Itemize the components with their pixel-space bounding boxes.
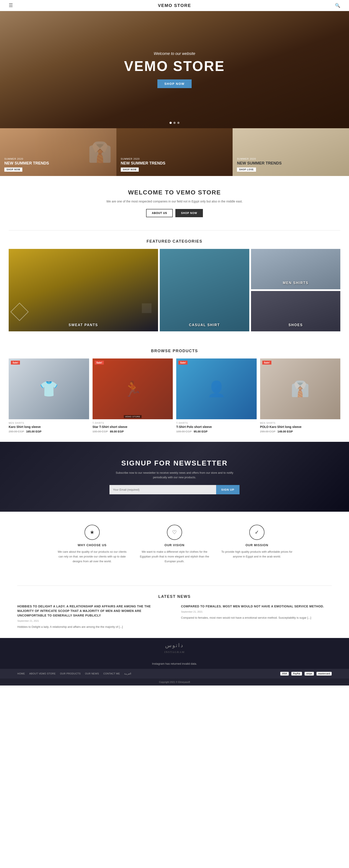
trend-3-overlay: SUMMER 2020 NEW SUMMER TRENDS SHOP LOVE [237,158,282,172]
cat-label-sweat: SWEAT PANTS [9,323,158,327]
price-old-3: 189.00 EGP [176,430,191,433]
footer-link-contact[interactable]: CONTACT ME [103,672,120,675]
about-us-button[interactable]: ABOUT US [146,209,173,217]
cat-label-men: MEN SHIRTS [251,281,340,285]
news-item-2: COMPARED TO FEMALES. MOST MEN WOULD NOT … [181,604,331,629]
product-img-1: 👕 Sale! [9,359,89,419]
product-name-4: POLO Karo Shirt long sleeve [260,425,341,429]
sale-badge-3: Sale! [178,361,187,365]
product-cat-4: MEN SHIRTS [260,422,341,424]
welcome-section: WELCOME TO VEMO STORE We are one of the … [0,176,349,222]
summer-trends-section: 👔 SUMMER 2020 NEW SUMMER TRENDS SHOP NOW… [0,128,349,176]
why-item-3: ✓ OUR MISSION To provide high quality pr… [220,525,294,564]
footer-links: HOME ABOUT VEMO STORE OUR PRODUCTS OUR N… [18,672,131,675]
product-price-1: 280.00 EGP 165.00 EGP [9,430,89,433]
star-icon: ★ [84,525,100,540]
newsletter-content: SIGNUP FOR NEWSLETTER Subscribe now to o… [109,459,240,494]
hero-subtitle: Welcome to our website [124,52,225,56]
product-card-2[interactable]: 🏃 Sale! VEMO STORE T-SHIRTS Star T-Shirt… [93,359,173,433]
trend-2-button[interactable]: SHOP NOW [121,167,139,172]
divider-1 [9,230,340,230]
trend-2-season: SUMMER 2020 [121,158,165,160]
footer-link-arabic[interactable]: العربية [124,672,131,675]
newsletter-title: SIGNUP FOR NEWSLETTER [109,459,240,467]
trend-item-3[interactable]: SUMMER 2020 NEW SUMMER TRENDS SHOP LOVE [233,128,349,176]
header-logo[interactable]: VEMO STORE [158,3,191,8]
products-grid: 👕 Sale! MEN SHIRTS Karo Shirt long sleev… [9,359,340,433]
product-card-3[interactable]: 👤 Sale! T-SHIRTS T-Shirt Polo short slee… [176,359,257,433]
product-cat-2: T-SHIRTS [93,422,173,424]
featured-section: FEATURED CATEGORIES ▪ SWEAT PANTS CASUAL… [0,230,349,331]
price-old-2: 180.00 EGP [93,430,108,433]
product-card-1[interactable]: 👕 Sale! MEN SHIRTS Karo Shirt long sleev… [9,359,89,433]
footer-link-home[interactable]: HOME [18,672,25,675]
product-img-4: 👔 Sale! [260,359,341,419]
hero-dots [170,122,179,124]
dot-1[interactable] [170,122,172,124]
trend-3-title: NEW SUMMER TRENDS [237,161,282,166]
why-item-2: ♡ OUR VISION We want to make a differene… [138,525,211,564]
why-text-3: To provide high quality products with af… [220,550,294,559]
news-title: LATEST NEWS [18,594,331,599]
category-men-shirts[interactable]: MEN SHIRTS [251,249,340,289]
heart-icon: ♡ [167,525,182,540]
instagram-section: Instagram has returned invalid data. [0,659,349,669]
news-excerpt-2: Compared to females, most men would not … [181,616,331,620]
cat-label-casual: CASUAL SHIRT [160,323,249,327]
why-title-1: WHY CHOOSE US [55,544,129,547]
instagram-text: Instagram has returned invalid data. [152,662,197,665]
product-name-3: T-Shirt Polo short sleeve [176,425,257,429]
price-new-1: 165.00 EGP [26,430,41,433]
watermark-text: داتوس [165,643,184,648]
categories-grid: ▪ SWEAT PANTS CASUAL SHIRT MEN SHIRTS SH… [0,249,349,331]
newsletter-email-input[interactable] [109,485,216,494]
why-title-3: OUR MISSION [220,544,294,547]
price-old-1: 280.00 EGP [9,430,24,433]
visa-icon: VISA [280,672,289,676]
product-img-3: 👤 Sale! [176,359,257,419]
trend-3-button[interactable]: SHOP LOVE [237,167,256,172]
hero-content: Welcome to our website VEMO STORE SHOP N… [124,52,225,88]
news-headline-1[interactable]: HOBBIES TO DELIGHT A LADY. A RELATIONSHI… [18,604,168,618]
product-price-2: 180.00 EGP 89.00 EGP [93,430,173,433]
why-text-1: We care about the quality of our product… [55,550,129,564]
copyright-text: Copyright 2021 © Elmeyasoft [159,681,190,683]
watermark: داتوس INSTAGRAM [0,638,349,659]
news-grid: HOBBIES TO DELIGHT A LADY. A RELATIONSHI… [18,604,331,629]
trend-2-overlay: SUMMER 2020 NEW SUMMER TRENDS SHOP NOW [121,158,165,172]
why-text-2: We want to make a differenet style for c… [138,550,211,564]
why-title-2: OUR VISION [138,544,211,547]
shop-now-button[interactable]: SHOP NOW [175,209,203,217]
watermark-subtitle: INSTAGRAM [164,650,185,654]
price-old-4: 299.00 EGP [260,430,276,433]
product-name-2: Star T-Shirt short sleeve [93,425,173,429]
footer-link-about[interactable]: ABOUT VEMO STORE [29,672,56,675]
footer-link-products[interactable]: OUR PRODUCTS [60,672,81,675]
category-right-col: MEN SHIRTS SHOES [251,249,340,331]
dot-3[interactable] [177,122,179,124]
why-section: ★ WHY CHOOSE US We care about the qualit… [0,512,349,577]
product-card-4[interactable]: 👔 Sale! MEN SHIRTS POLO Karo Shirt long … [260,359,341,433]
trend-item-2[interactable]: SUMMER 2020 NEW SUMMER TRENDS SHOP NOW [116,128,233,176]
footer-link-news[interactable]: OUR NEWS [85,672,99,675]
trend-1-button[interactable]: SHOP NOW [4,167,22,172]
product-price-4: 299.00 EGP 149.00 EGP [260,430,341,433]
category-shoes[interactable]: SHOES [251,291,340,331]
newsletter-text: Subscribe now to our newsletter to recei… [109,471,240,480]
price-new-4: 149.00 EGP [277,430,293,433]
newsletter-signup-button[interactable]: SIGN UP [216,485,240,494]
category-sweat-pants[interactable]: ▪ SWEAT PANTS [9,249,158,331]
product-cat-3: T-SHIRTS [176,422,257,424]
trend-item-1[interactable]: 👔 SUMMER 2020 NEW SUMMER TRENDS SHOP NOW [0,128,116,176]
sale-badge-2: Sale! [95,361,104,365]
hero-section: Welcome to our website VEMO STORE SHOP N… [0,11,349,128]
search-icon[interactable]: 🔍 [335,3,340,8]
welcome-text: We are one of the most respected compani… [4,199,345,204]
hero-shop-button[interactable]: SHOP NOW [158,80,191,88]
mastercard-icon: mastercard [316,672,331,676]
dot-2[interactable] [173,122,176,124]
menu-icon[interactable]: ☰ [9,3,13,8]
news-headline-2[interactable]: COMPARED TO FEMALES. MOST MEN WOULD NOT … [181,604,331,609]
newsletter-form: SIGN UP [109,485,240,494]
category-casual-shirt[interactable]: CASUAL SHIRT [160,249,249,331]
